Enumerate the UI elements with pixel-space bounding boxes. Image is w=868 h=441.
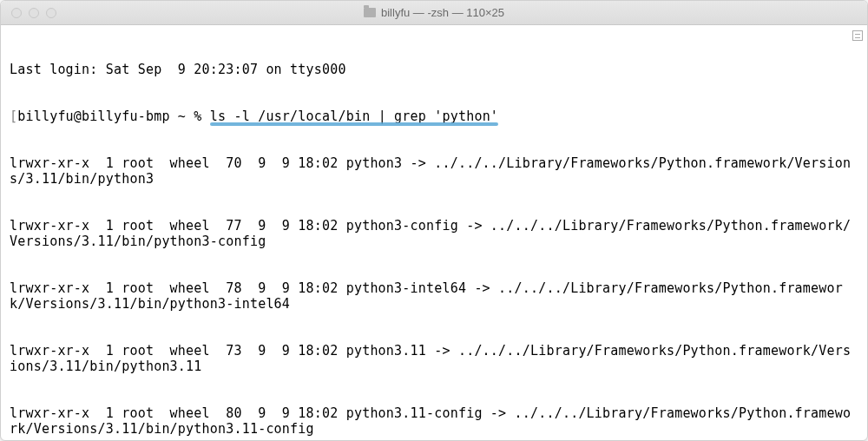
- output-line: lrwxr-xr-x 1 root wheel 77 9 9 18:02 pyt…: [10, 218, 851, 249]
- folder-icon: [364, 8, 376, 17]
- zoom-icon[interactable]: [46, 8, 56, 18]
- window-title: billyfu — -zsh — 110×25: [1, 6, 867, 19]
- titlebar: billyfu — -zsh — 110×25: [1, 1, 867, 25]
- prompt: billyfu@billyfu-bmp ~ %: [17, 109, 210, 124]
- window-title-text: billyfu — -zsh — 110×25: [381, 6, 504, 19]
- close-icon[interactable]: [11, 8, 22, 18]
- output-line: lrwxr-xr-x 1 root wheel 70 9 9 18:02 pyt…: [10, 155, 851, 187]
- terminal-window: billyfu — -zsh — 110×25 Last login: Sat …: [0, 0, 868, 441]
- terminal-body[interactable]: Last login: Sat Sep 9 20:23:07 on ttys00…: [1, 25, 867, 441]
- output-line: lrwxr-xr-x 1 root wheel 73 9 9 18:02 pyt…: [10, 343, 851, 374]
- last-login-line: Last login: Sat Sep 9 20:23:07 on ttys00…: [10, 62, 346, 77]
- output-line: lrwxr-xr-x 1 root wheel 78 9 9 18:02 pyt…: [10, 280, 843, 312]
- output-line: lrwxr-xr-x 1 root wheel 80 9 9 18:02 pyt…: [10, 405, 851, 437]
- minimize-icon[interactable]: [29, 8, 39, 18]
- command-ls: ls -l /usr/local/bin | grep 'python': [210, 109, 498, 124]
- traffic-lights: [1, 8, 56, 18]
